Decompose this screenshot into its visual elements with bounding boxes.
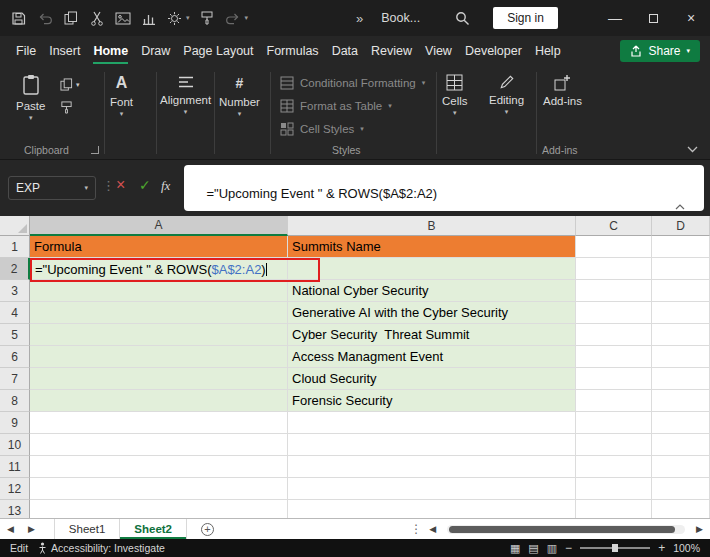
cell-B11[interactable] bbox=[288, 456, 576, 478]
cell-D6[interactable] bbox=[652, 346, 710, 368]
toolbar-overflow-icon[interactable]: » bbox=[356, 11, 363, 26]
settings-icon[interactable] bbox=[166, 10, 183, 27]
cell-B4[interactable]: Generative AI with the Cyber Security bbox=[288, 302, 576, 324]
copy-button[interactable]: ▾ bbox=[60, 78, 80, 91]
next-sheet-icon[interactable]: ▶ bbox=[21, 524, 42, 534]
undo-icon[interactable] bbox=[36, 10, 53, 27]
tab-bar-splitter-icon[interactable]: ⋮ bbox=[410, 522, 422, 536]
cell-styles-button[interactable]: Cell Styles ▾ bbox=[280, 122, 364, 136]
sheet-tab-sheet2[interactable]: Sheet2 bbox=[120, 519, 187, 539]
edit-cell-A2[interactable]: ="Upcoming Event " & ROWS($A$2:A2) bbox=[30, 258, 320, 282]
share-dropdown-icon[interactable]: ▾ bbox=[686, 47, 690, 55]
row-header-3[interactable]: 3 bbox=[0, 280, 30, 302]
cell-D12[interactable] bbox=[652, 478, 710, 500]
tab-draw[interactable]: Draw bbox=[141, 38, 170, 64]
row-header-12[interactable]: 12 bbox=[0, 478, 30, 500]
horizontal-scrollbar-thumb[interactable] bbox=[449, 526, 675, 533]
tab-home[interactable]: Home bbox=[93, 38, 128, 64]
tab-help[interactable]: Help bbox=[535, 38, 561, 64]
cell-C13[interactable] bbox=[576, 500, 652, 518]
cell-A11[interactable] bbox=[30, 456, 288, 478]
cell-C1[interactable] bbox=[576, 236, 652, 258]
redo-icon[interactable] bbox=[225, 10, 242, 27]
cell-C9[interactable] bbox=[576, 412, 652, 434]
zoom-slider-thumb[interactable] bbox=[612, 544, 618, 552]
alignment-button[interactable]: Alignment ▾ bbox=[160, 74, 211, 114]
format-painter-button[interactable] bbox=[60, 101, 80, 114]
cell-D4[interactable] bbox=[652, 302, 710, 324]
cell-D10[interactable] bbox=[652, 434, 710, 456]
cancel-entry-icon[interactable]: × bbox=[116, 176, 125, 194]
paste-button[interactable]: Paste ▾ bbox=[16, 74, 45, 120]
normal-view-icon[interactable]: ▦ bbox=[510, 542, 520, 555]
cell-D3[interactable] bbox=[652, 280, 710, 302]
tab-review[interactable]: Review bbox=[371, 38, 412, 64]
cell-B8[interactable]: Forensic Security bbox=[288, 390, 576, 412]
collapse-ribbon-icon[interactable] bbox=[687, 146, 698, 153]
cell-C6[interactable] bbox=[576, 346, 652, 368]
share-button[interactable]: Share ▾ bbox=[620, 40, 700, 62]
minimize-button[interactable]: — bbox=[596, 0, 634, 36]
cell-C2[interactable] bbox=[576, 258, 652, 280]
save-icon[interactable] bbox=[10, 10, 27, 27]
tab-page-layout[interactable]: Page Layout bbox=[183, 38, 253, 64]
row-header-5[interactable]: 5 bbox=[0, 324, 30, 346]
tab-formulas[interactable]: Formulas bbox=[267, 38, 319, 64]
dialog-launcher-icon[interactable] bbox=[91, 146, 99, 154]
column-header-D[interactable]: D bbox=[652, 216, 710, 236]
cell-B13[interactable] bbox=[288, 500, 576, 518]
tab-view[interactable]: View bbox=[425, 38, 452, 64]
cell-D8[interactable] bbox=[652, 390, 710, 412]
formula-input[interactable]: ="Upcoming Event " & ROWS($A$2:A2) bbox=[184, 165, 704, 211]
sheet-tab-sheet1[interactable]: Sheet1 bbox=[54, 519, 120, 539]
cell-A5[interactable] bbox=[30, 324, 288, 346]
cell-C7[interactable] bbox=[576, 368, 652, 390]
name-box-dropdown-icon[interactable]: ▾ bbox=[84, 184, 88, 192]
confirm-entry-icon[interactable]: ✓ bbox=[139, 177, 151, 193]
row-header-1[interactable]: 1 bbox=[0, 236, 30, 258]
cell-A7[interactable] bbox=[30, 368, 288, 390]
scroll-right-icon[interactable]: ▶ bbox=[689, 524, 710, 534]
cell-A12[interactable] bbox=[30, 478, 288, 500]
search-icon[interactable] bbox=[454, 10, 471, 27]
zoom-level[interactable]: 100% bbox=[673, 542, 700, 554]
row-header-6[interactable]: 6 bbox=[0, 346, 30, 368]
sign-in-button[interactable]: Sign in bbox=[493, 7, 558, 29]
add-ins-button[interactable]: Add-ins bbox=[543, 74, 582, 107]
scroll-left-icon[interactable]: ◀ bbox=[422, 524, 443, 534]
cell-D2[interactable] bbox=[652, 258, 710, 280]
cell-A9[interactable] bbox=[30, 412, 288, 434]
cell-A4[interactable] bbox=[30, 302, 288, 324]
select-all-corner[interactable] bbox=[0, 216, 30, 236]
chart-icon[interactable] bbox=[140, 10, 157, 27]
cell-D13[interactable] bbox=[652, 500, 710, 518]
zoom-in-icon[interactable]: + bbox=[658, 541, 665, 555]
row-header-8[interactable]: 8 bbox=[0, 390, 30, 412]
new-sheet-button[interactable]: + bbox=[201, 523, 214, 536]
zoom-out-icon[interactable]: − bbox=[565, 541, 572, 555]
column-header-C[interactable]: C bbox=[576, 216, 652, 236]
cell-C12[interactable] bbox=[576, 478, 652, 500]
page-break-view-icon[interactable]: ▥ bbox=[547, 542, 557, 555]
cell-B1[interactable]: Summits Name bbox=[288, 236, 576, 258]
row-header-9[interactable]: 9 bbox=[0, 412, 30, 434]
column-header-B[interactable]: B bbox=[288, 216, 576, 236]
tab-data[interactable]: Data bbox=[332, 38, 358, 64]
cell-B9[interactable] bbox=[288, 412, 576, 434]
cell-C11[interactable] bbox=[576, 456, 652, 478]
cell-A6[interactable] bbox=[30, 346, 288, 368]
cell-B2[interactable] bbox=[288, 258, 576, 280]
number-button[interactable]: # Number ▾ bbox=[219, 74, 260, 116]
tab-insert[interactable]: Insert bbox=[49, 38, 80, 64]
row-header-10[interactable]: 10 bbox=[0, 434, 30, 456]
maximize-button[interactable] bbox=[634, 0, 672, 36]
cell-B12[interactable] bbox=[288, 478, 576, 500]
cell-A13[interactable] bbox=[30, 500, 288, 518]
cell-B3[interactable]: National Cyber Security bbox=[288, 280, 576, 302]
zoom-slider[interactable] bbox=[580, 547, 650, 549]
copy-icon[interactable] bbox=[62, 10, 79, 27]
cell-D9[interactable] bbox=[652, 412, 710, 434]
insert-function-icon[interactable]: fx bbox=[161, 178, 170, 194]
cell-D11[interactable] bbox=[652, 456, 710, 478]
cell-B10[interactable] bbox=[288, 434, 576, 456]
